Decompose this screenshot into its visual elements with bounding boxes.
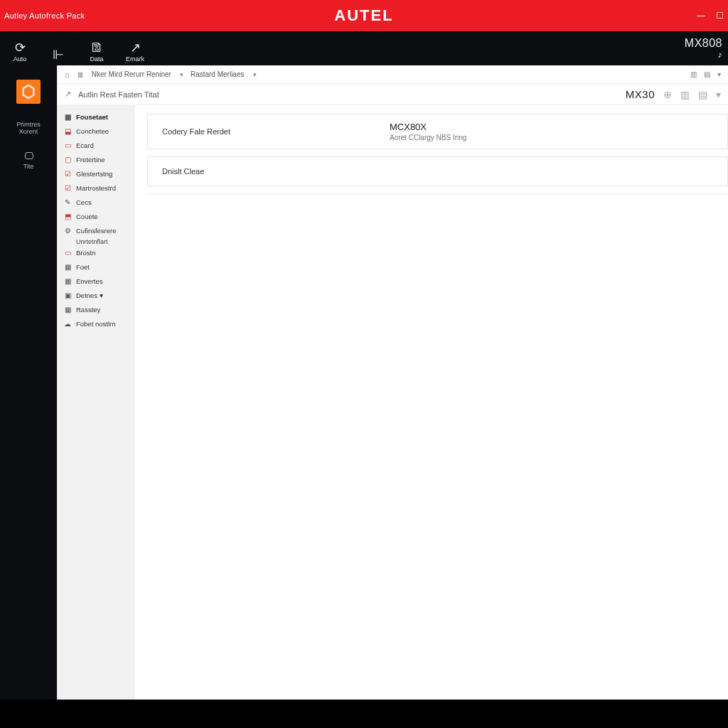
card-left-label: Dnislt Cleae: [162, 167, 390, 176]
titlebar-left-text: Autley Autofreck Pack: [4, 11, 85, 20]
crumb-2[interactable]: Rastard Merliaes: [191, 70, 245, 78]
sidebar-item-martrostestrd[interactable]: ☑Martrostestrd: [58, 182, 134, 195]
gear-icon: ⚙: [63, 227, 72, 235]
model-label: MX808: [685, 38, 722, 49]
sidebar-label: Rasstey: [76, 306, 100, 314]
maximize-button[interactable]: ☐: [715, 11, 724, 20]
sidebar-item-envertes[interactable]: ▦Envertes: [58, 275, 134, 288]
tool-data-button[interactable]: 🖺 Data: [82, 41, 111, 63]
cursor-icon[interactable]: ↗: [65, 90, 71, 99]
dropdown-icon[interactable]: ▾: [716, 89, 721, 100]
sidebar-item-cecs[interactable]: ✎Cecs: [58, 196, 134, 209]
tool-bar2-button[interactable]: ⊩: [44, 48, 73, 63]
data-icon: 🖺: [90, 41, 103, 54]
brand-logo-text: AUTEL: [334, 6, 393, 25]
chevron-down-icon: ▾: [253, 71, 257, 78]
minimize-button[interactable]: —: [697, 11, 705, 20]
check-icon: ☑: [63, 184, 72, 193]
grid-icon[interactable]: ▥: [680, 89, 690, 100]
sidebar-label: Brostn: [76, 250, 95, 257]
view-icon-1[interactable]: ▥: [690, 70, 697, 78]
sidebar-label: Ecard: [76, 142, 94, 150]
subheader-label: Autlin Rest Fasten Titat: [78, 90, 159, 99]
tool-data-label: Data: [90, 55, 103, 63]
subheader-right: MX30 ⊕ ▥ ▤ ▾: [626, 88, 721, 100]
breadcrumb-left: ⌂ 🗎 Nker Mird Rerurr Reniner ▾ Rastard M…: [65, 70, 257, 79]
sidebar-item-fobetnostlrn[interactable]: ☁Fobet nostlrn: [58, 318, 134, 331]
titlebar: Autley Autofreck Pack AUTEL — ☐: [0, 0, 728, 31]
card-title: MCX80X: [390, 122, 466, 132]
sidebar-item-brostn[interactable]: ▭Brostn: [58, 247, 134, 259]
box-icon: ⬓: [63, 127, 72, 136]
main-canvas: Codery Fale Rerdet MCX80X Aoret CClargy …: [134, 105, 728, 700]
sidebar-label: Couete: [76, 213, 98, 221]
window-controls: — ☐: [697, 11, 724, 20]
rail-label-1: Primtres Xorent: [7, 122, 50, 136]
app-root: Autley Autofreck Pack AUTEL — ☐ ⟳ Auto ⊩…: [0, 0, 728, 728]
rail-item-tite[interactable]: 🖵 Tite: [7, 151, 50, 171]
sidebar-item-foet[interactable]: ▦Foet: [58, 261, 134, 274]
breadcrumb-right: ▥ ▤ ▾: [690, 70, 721, 78]
tool-emark-label: Emark: [126, 55, 144, 63]
sidebar-label: Glestertstng: [76, 171, 112, 178]
chevron-down-icon: ▾: [180, 71, 183, 78]
half-icon: ⬒: [63, 213, 72, 221]
rail-item-primtres[interactable]: Primtres Xorent: [7, 119, 50, 136]
sidebar: ▦Fousetaet ⬓Conchetee ▭Ecard ▢Fretertine…: [58, 105, 134, 700]
model-sub-icon: ♪: [718, 50, 723, 59]
tool-emark-button[interactable]: ↗ Emark: [121, 41, 149, 63]
divider: [147, 193, 728, 194]
card-row[interactable]: Codery Fale Rerdet MCX80X Aoret CClargy …: [147, 114, 728, 149]
square-icon: ▢: [63, 156, 72, 164]
monitor-icon: 🖵: [24, 151, 33, 161]
card-row[interactable]: Dnislt Cleae: [147, 156, 728, 186]
sidebar-subitem-unrtetnflart[interactable]: Unrtetnflart: [58, 238, 134, 245]
sidebar-label: Cufinsfesrere: [76, 228, 117, 235]
list-icon[interactable]: ▤: [698, 89, 707, 100]
sidebar-label: Martrostestrd: [76, 185, 116, 193]
sidebar-item-cufinsfesrere[interactable]: ⚙Cufinsfesrere: [58, 225, 134, 237]
toolbar-black: ⟳ Auto ⊩ 🖺 Data ↗ Emark MX808 ♪: [0, 31, 728, 65]
subheader-left: ↗ Autlin Rest Fasten Titat: [65, 90, 159, 99]
tool-auto-button[interactable]: ⟳ Auto: [6, 41, 34, 63]
card-icon: ▭: [63, 141, 72, 150]
sidebar-item-fousetaet[interactable]: ▦Fousetaet: [58, 111, 134, 124]
sidebar-label: Detnes ▾: [76, 292, 103, 300]
sidebar-label: Fousetaet: [76, 114, 108, 122]
sidebar-item-detnes[interactable]: ▣Detnes ▾: [58, 289, 134, 302]
rail-logo[interactable]: [16, 80, 41, 104]
sidebar-item-couete[interactable]: ⬒Couete: [58, 210, 134, 223]
left-rail: Primtres Xorent 🖵 Tite: [0, 65, 57, 700]
sidebar-item-fretertine[interactable]: ▢Fretertine: [58, 154, 134, 166]
refresh-icon: ⟳: [15, 41, 26, 54]
sidebar-label: Envertes: [76, 278, 103, 286]
sidebar-item-glestertstng[interactable]: ☑Glestertstng: [58, 168, 134, 181]
card-left-label: Codery Fale Rerdet: [162, 127, 390, 136]
sidebar-label: Conchetee: [76, 128, 109, 136]
doc-icon[interactable]: 🗎: [77, 70, 85, 79]
grid-icon: ▦: [63, 277, 72, 286]
folder-icon: ▭: [63, 249, 72, 257]
box-icon: ▣: [63, 291, 72, 300]
view-icon-2[interactable]: ▤: [704, 70, 710, 78]
calendar-icon: ▦: [63, 113, 72, 122]
content-pane: ⌂ 🗎 Nker Mird Rerurr Reniner ▾ Rastard M…: [57, 65, 728, 700]
tool-auto-label: Auto: [14, 55, 27, 63]
hexagon-icon: [21, 84, 36, 100]
rail-label-2: Tite: [23, 164, 34, 171]
view-icon-3[interactable]: ▾: [717, 70, 721, 78]
plus-icon[interactable]: ⊕: [663, 89, 672, 100]
toolbar-right-group: MX808 ♪: [685, 38, 722, 59]
sidebar-label: Fobet nostlrn: [76, 321, 115, 328]
emark-icon: ↗: [130, 41, 141, 54]
sidebar-item-conchetee[interactable]: ⬓Conchetee: [58, 125, 134, 138]
crumb-1[interactable]: Nker Mird Rerurr Reniner: [92, 70, 171, 78]
sidebar-item-ecard[interactable]: ▭Ecard: [58, 139, 134, 152]
pencil-icon: ✎: [63, 198, 72, 207]
sidebar-label: Foet: [76, 264, 90, 272]
grid-icon: ▦: [63, 263, 72, 272]
sidebar-item-rasstey[interactable]: ▦Rasstey: [58, 304, 134, 316]
mx-label: MX30: [626, 88, 655, 100]
sidebar-label: Cecs: [76, 199, 92, 207]
home-icon[interactable]: ⌂: [65, 70, 70, 79]
